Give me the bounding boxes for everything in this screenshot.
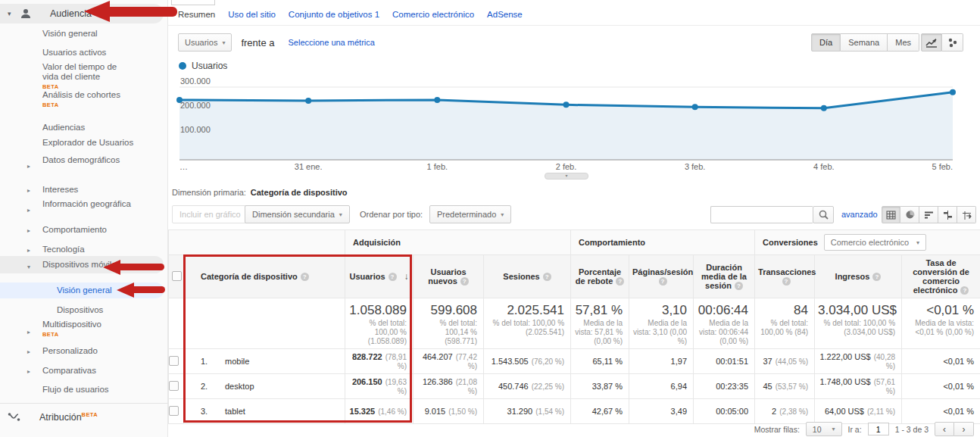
- help-icon[interactable]: [460, 277, 469, 286]
- cell-transacciones: 37(44,05 %): [755, 349, 815, 374]
- help-icon[interactable]: [659, 277, 667, 286]
- sidebar-item-explorador-usuarios[interactable]: Explorador de Usuarios: [0, 138, 164, 148]
- svg-text:3 feb.: 3 feb.: [685, 162, 706, 171]
- comparison-view-button[interactable]: [938, 206, 957, 223]
- totals-usuarios-nuevos: 599.608% del total: 100,14 % (598.771): [414, 298, 484, 349]
- table-view-button[interactable]: [882, 206, 900, 223]
- chevron-right-icon: ▸: [27, 327, 30, 337]
- header-tasa-conversion[interactable]: Tasa de conversión de comercio electróni…: [902, 255, 980, 298]
- help-icon[interactable]: [782, 277, 791, 286]
- totals-checkbox-cell: [169, 298, 184, 349]
- header-transacciones[interactable]: Transacciones: [755, 255, 815, 298]
- tab-adsense[interactable]: AdSense: [487, 10, 523, 19]
- include-in-chart-button[interactable]: Incluir en gráfico: [172, 205, 248, 223]
- legend-label: Usuarios: [192, 61, 227, 71]
- primary-dimension-label: Dimensión primaria:: [172, 188, 246, 197]
- select-metric-link[interactable]: Seleccione una métrica: [289, 38, 375, 47]
- secondary-dimension-dropdown[interactable]: Dimensión secundaria▾: [245, 205, 350, 223]
- pivot-view-button[interactable]: [957, 206, 976, 223]
- advanced-link[interactable]: avanzado: [841, 210, 878, 219]
- chevron-right-icon: ▸: [27, 347, 30, 357]
- timeline-slider-handle[interactable]: ▾: [545, 173, 588, 179]
- totals-ingresos: 3.034,00 US$% del total: 100,00 % (3.034…: [815, 298, 902, 349]
- pagination-nav: ‹ ›: [935, 422, 974, 436]
- header-duracion-media[interactable]: Duración media de la sesión: [694, 255, 755, 298]
- search-icon: [819, 210, 829, 220]
- goto-page-input[interactable]: [868, 423, 889, 435]
- chevron-down-icon: ▾: [565, 173, 567, 178]
- sort-type-dropdown[interactable]: Predeterminado▾: [429, 205, 511, 223]
- svg-text:31 ene.: 31 ene.: [295, 162, 323, 171]
- sidebar-item-analisis-cohortes[interactable]: Análisis de cohortesBETA: [0, 90, 164, 110]
- header-ingresos[interactable]: Ingresos: [815, 255, 902, 298]
- chevron-down-icon: ▾: [8, 10, 17, 17]
- scatter-chart-button[interactable]: [942, 33, 963, 52]
- annotation-arrow-audiencia-shaft: [108, 7, 177, 17]
- sidebar-item-comparativas[interactable]: ▸Comparativas: [0, 366, 164, 376]
- conversion-goal-dropdown[interactable]: Comercio electrónico▾: [824, 234, 926, 251]
- help-icon[interactable]: [735, 282, 743, 290]
- sidebar-item-personalizado[interactable]: ▸Personalizado: [0, 346, 164, 356]
- sidebar-item-valor-tiempo-vida[interactable]: Valor del tiempo de vida del clienteBETA: [0, 62, 164, 92]
- tab-uso-del-sitio[interactable]: Uso del sitio: [228, 10, 276, 19]
- show-rows-dropdown[interactable]: 10▾: [806, 422, 842, 436]
- sidebar-item-audiencias[interactable]: Audiencias: [0, 123, 164, 133]
- header-sesiones[interactable]: Sesiones: [484, 255, 571, 298]
- percentage-view-button[interactable]: [900, 206, 919, 223]
- chevron-right-icon: ▸: [27, 245, 30, 255]
- tab-resumen[interactable]: Resumen: [178, 10, 215, 19]
- sidebar-item-usuarios-activos[interactable]: Usuarios activos: [0, 48, 164, 58]
- line-chart-icon: [925, 38, 938, 48]
- chevron-down-icon: ▾: [222, 39, 225, 46]
- help-icon[interactable]: [543, 273, 551, 281]
- primary-dimension-value[interactable]: Categoría de dispositivo: [251, 188, 348, 197]
- row-checkbox[interactable]: [169, 356, 179, 366]
- scatter-icon: [947, 38, 958, 48]
- line-chart-button[interactable]: [921, 33, 942, 52]
- granularity-week-button[interactable]: Semana: [841, 33, 888, 52]
- sidebar-item-multidispositivo[interactable]: ▸MultidispositivoBETA: [0, 320, 164, 339]
- select-all-checkbox[interactable]: [172, 271, 182, 281]
- totals-rebote: 57,81 %Media de la vista: 57,81 % (0,00 …: [571, 298, 629, 349]
- sidebar-item-tecnologia[interactable]: ▸Tecnología: [0, 245, 164, 254]
- annotation-rectangle-columns: [183, 254, 412, 423]
- row-checkbox[interactable]: [169, 381, 179, 391]
- help-icon[interactable]: [960, 286, 969, 295]
- sidebar-item-flujo-usuarios[interactable]: Flujo de usuarios: [0, 385, 164, 395]
- sidebar-item-informacion-geografica[interactable]: ▸Información geográfica: [0, 199, 164, 209]
- sidebar-item-vision-general[interactable]: Visión general: [0, 29, 164, 39]
- sidebar-item-datos-demograficos[interactable]: ▸Datos demográficos: [0, 155, 164, 165]
- chart-type-buttons: [921, 33, 963, 52]
- prev-page-button[interactable]: ‹: [935, 422, 954, 436]
- svg-text:100.000: 100.000: [180, 125, 211, 134]
- help-icon[interactable]: [616, 277, 624, 286]
- attribution-icon: [8, 411, 21, 423]
- goto-label: Ir a:: [848, 425, 862, 434]
- group-spacer: [169, 230, 345, 255]
- performance-view-button[interactable]: [919, 206, 938, 223]
- beta-badge: BETA: [82, 411, 98, 418]
- table-search-input[interactable]: [710, 206, 813, 223]
- help-icon[interactable]: [872, 273, 881, 281]
- tab-conjunto-objetivos[interactable]: Conjunto de objetivos 1: [289, 10, 379, 19]
- sidebar-item-atribucion[interactable]: AtribuciónBETA: [0, 411, 164, 423]
- cell-paginas: 1,97: [629, 349, 694, 374]
- header-paginas-sesion[interactable]: Páginas/sesión: [629, 255, 694, 298]
- chevron-down-icon: ▾: [501, 211, 504, 218]
- row-checkbox[interactable]: [169, 406, 179, 416]
- metric-dropdown[interactable]: Usuarios▾: [178, 33, 232, 52]
- row-range-label: 1 - 3 de 3: [895, 425, 929, 434]
- tab-comercio-electronico[interactable]: Comercio electrónico: [392, 10, 474, 19]
- chart-legend: Usuarios: [179, 61, 227, 71]
- header-usuarios-nuevos[interactable]: Usuarios nuevos: [414, 255, 484, 298]
- granularity-month-button[interactable]: Mes: [888, 33, 919, 52]
- search-button[interactable]: [813, 206, 834, 223]
- chevron-right-icon: ▸: [27, 226, 30, 236]
- sidebar-item-intereses[interactable]: ▸Intereses: [0, 185, 164, 195]
- header-porcentaje-rebote[interactable]: Porcentaje de rebote: [571, 255, 629, 298]
- next-page-button[interactable]: ›: [954, 422, 974, 436]
- annotation-arrow-vision-general-shaft: [132, 286, 165, 293]
- sidebar-item-dispositivos[interactable]: Dispositivos: [0, 305, 164, 315]
- granularity-day-button[interactable]: Día: [811, 33, 841, 52]
- sidebar-item-comportamiento[interactable]: ▸Comportamiento: [0, 225, 164, 235]
